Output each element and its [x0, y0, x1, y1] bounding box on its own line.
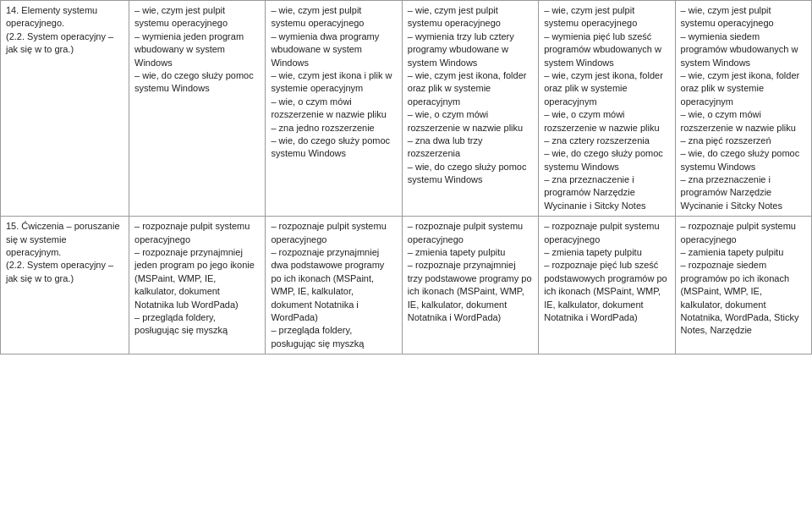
cell-row2-col3: – rozpoznaje pulpit systemu operacyjnego… — [402, 217, 538, 354]
table-row: 15. Ćwiczenia – poruszanie się w systemi… — [1, 217, 812, 354]
cell-row1-col1: – wie, czym jest pulpit systemu operacyj… — [129, 1, 266, 217]
cell-row1-col4: – wie, czym jest pulpit systemu operacyj… — [539, 1, 675, 217]
cell-row2-col4: – rozpoznaje pulpit systemu operacyjnego… — [539, 217, 675, 354]
cell-row2-col2: – rozpoznaje pulpit systemu operacyjnego… — [266, 217, 402, 354]
cell-row2-col5: – rozpoznaje pulpit systemu operacyjnego… — [675, 217, 811, 354]
grading-table: 14. Elementy systemu operacyjnego.(2.2. … — [0, 0, 812, 354]
row-header: 14. Elementy systemu operacyjnego.(2.2. … — [1, 1, 129, 217]
cell-row1-col2: – wie, czym jest pulpit systemu operacyj… — [266, 1, 402, 217]
main-table-wrapper: 14. Elementy systemu operacyjnego.(2.2. … — [0, 0, 812, 522]
row-header: 15. Ćwiczenia – poruszanie się w systemi… — [1, 217, 129, 354]
cell-row2-col1: – rozpoznaje pulpit systemu operacyjnego… — [129, 217, 266, 354]
cell-row1-col5: – wie, czym jest pulpit systemu operacyj… — [675, 1, 811, 217]
table-row: 14. Elementy systemu operacyjnego.(2.2. … — [1, 1, 812, 217]
cell-row1-col3: – wie, czym jest pulpit systemu operacyj… — [402, 1, 538, 217]
